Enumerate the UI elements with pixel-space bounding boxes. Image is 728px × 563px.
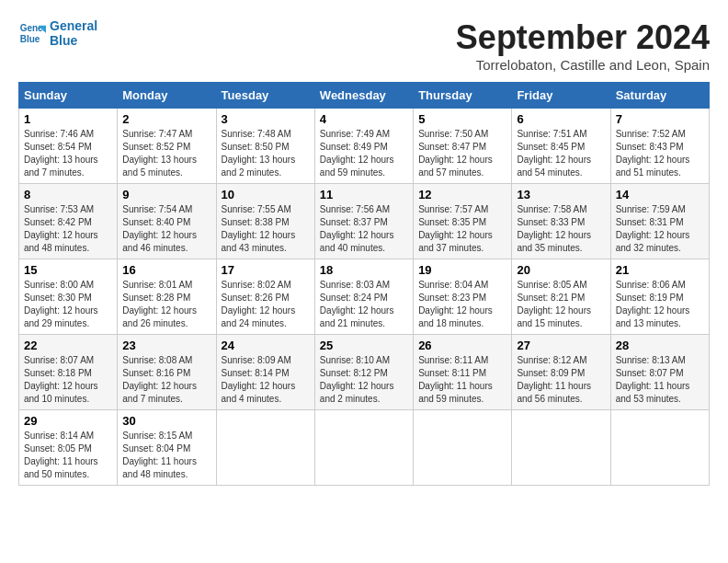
table-row: 12 Sunrise: 7:57 AM Sunset: 8:35 PM Dayl… — [414, 184, 512, 259]
col-header-monday: Monday — [118, 83, 216, 109]
table-row: 2 Sunrise: 7:47 AM Sunset: 8:52 PM Dayli… — [118, 109, 216, 184]
day-info: Sunrise: 8:15 AM Sunset: 8:04 PM Dayligh… — [122, 430, 210, 481]
day-info: Sunrise: 7:58 AM Sunset: 8:33 PM Dayligh… — [517, 203, 605, 255]
logo-line2: Blue — [50, 33, 97, 48]
location-title: Torrelobaton, Castille and Leon, Spain — [456, 57, 710, 73]
day-info: Sunrise: 8:03 AM Sunset: 8:24 PM Dayligh… — [320, 279, 408, 330]
col-header-tuesday: Tuesday — [216, 83, 314, 109]
day-info: Sunrise: 8:02 AM Sunset: 8:26 PM Dayligh… — [222, 279, 310, 330]
day-number: 8 — [24, 188, 112, 201]
day-info: Sunrise: 7:51 AM Sunset: 8:45 PM Dayligh… — [517, 128, 605, 179]
day-number: 25 — [320, 339, 408, 352]
day-number: 18 — [320, 263, 408, 277]
logo-line1: General — [50, 18, 97, 33]
day-number: 9 — [122, 188, 210, 201]
day-info: Sunrise: 7:56 AM Sunset: 8:37 PM Dayligh… — [320, 203, 408, 255]
table-row: 19 Sunrise: 8:04 AM Sunset: 8:23 PM Dayl… — [414, 259, 512, 335]
day-info: Sunrise: 7:59 AM Sunset: 8:31 PM Dayligh… — [616, 203, 704, 255]
day-info: Sunrise: 8:12 AM Sunset: 8:09 PM Dayligh… — [517, 354, 605, 406]
table-row: 15 Sunrise: 8:00 AM Sunset: 8:30 PM Dayl… — [19, 259, 118, 335]
day-number: 29 — [24, 414, 112, 428]
day-number: 6 — [517, 112, 605, 126]
table-row: 28 Sunrise: 8:13 AM Sunset: 8:07 PM Dayl… — [610, 335, 709, 410]
day-number: 27 — [517, 339, 605, 352]
table-row: 5 Sunrise: 7:50 AM Sunset: 8:47 PM Dayli… — [414, 109, 512, 184]
table-row — [216, 410, 314, 486]
day-info: Sunrise: 7:52 AM Sunset: 8:43 PM Dayligh… — [616, 128, 704, 179]
table-row: 24 Sunrise: 8:09 AM Sunset: 8:14 PM Dayl… — [216, 335, 314, 410]
day-number: 4 — [320, 112, 408, 126]
table-row: 18 Sunrise: 8:03 AM Sunset: 8:24 PM Dayl… — [314, 259, 413, 335]
day-number: 19 — [418, 263, 506, 277]
day-info: Sunrise: 7:57 AM Sunset: 8:35 PM Dayligh… — [418, 203, 506, 255]
day-number: 12 — [418, 188, 506, 201]
day-number: 16 — [122, 263, 210, 277]
day-info: Sunrise: 8:08 AM Sunset: 8:16 PM Dayligh… — [122, 354, 210, 406]
table-row: 25 Sunrise: 8:10 AM Sunset: 8:12 PM Dayl… — [314, 335, 413, 410]
day-info: Sunrise: 8:11 AM Sunset: 8:11 PM Dayligh… — [418, 354, 506, 406]
day-info: Sunrise: 8:10 AM Sunset: 8:12 PM Dayligh… — [320, 354, 408, 406]
table-row — [414, 410, 512, 486]
table-row: 8 Sunrise: 7:53 AM Sunset: 8:42 PM Dayli… — [19, 184, 118, 259]
table-row: 27 Sunrise: 8:12 AM Sunset: 8:09 PM Dayl… — [512, 335, 610, 410]
month-title: September 2024 — [456, 18, 710, 57]
day-number: 10 — [222, 188, 310, 201]
day-number: 14 — [616, 188, 704, 201]
day-number: 23 — [122, 339, 210, 352]
day-number: 1 — [24, 112, 112, 126]
table-row: 23 Sunrise: 8:08 AM Sunset: 8:16 PM Dayl… — [118, 335, 216, 410]
day-number: 30 — [122, 414, 210, 428]
day-info: Sunrise: 7:54 AM Sunset: 8:40 PM Dayligh… — [122, 203, 210, 255]
day-info: Sunrise: 7:55 AM Sunset: 8:38 PM Dayligh… — [222, 203, 310, 255]
day-info: Sunrise: 8:01 AM Sunset: 8:28 PM Dayligh… — [122, 279, 210, 330]
day-number: 28 — [616, 339, 704, 352]
day-info: Sunrise: 8:05 AM Sunset: 8:21 PM Dayligh… — [517, 279, 605, 330]
table-row: 26 Sunrise: 8:11 AM Sunset: 8:11 PM Dayl… — [414, 335, 512, 410]
table-row: 16 Sunrise: 8:01 AM Sunset: 8:28 PM Dayl… — [118, 259, 216, 335]
col-header-saturday: Saturday — [610, 83, 709, 109]
day-info: Sunrise: 8:07 AM Sunset: 8:18 PM Dayligh… — [24, 354, 112, 406]
day-info: Sunrise: 7:46 AM Sunset: 8:54 PM Dayligh… — [24, 128, 112, 179]
day-number: 24 — [222, 339, 310, 352]
table-row — [314, 410, 413, 486]
day-number: 21 — [616, 263, 704, 277]
col-header-friday: Friday — [512, 83, 610, 109]
col-header-thursday: Thursday — [414, 83, 512, 109]
table-row: 10 Sunrise: 7:55 AM Sunset: 8:38 PM Dayl… — [216, 184, 314, 259]
table-row: 11 Sunrise: 7:56 AM Sunset: 8:37 PM Dayl… — [314, 184, 413, 259]
table-row: 4 Sunrise: 7:49 AM Sunset: 8:49 PM Dayli… — [314, 109, 413, 184]
day-number: 11 — [320, 188, 408, 201]
day-number: 5 — [418, 112, 506, 126]
table-row: 7 Sunrise: 7:52 AM Sunset: 8:43 PM Dayli… — [610, 109, 709, 184]
table-row: 22 Sunrise: 8:07 AM Sunset: 8:18 PM Dayl… — [19, 335, 118, 410]
table-row: 14 Sunrise: 7:59 AM Sunset: 8:31 PM Dayl… — [610, 184, 709, 259]
title-block: September 2024 Torrelobaton, Castille an… — [456, 18, 710, 73]
day-number: 15 — [24, 263, 112, 277]
table-row: 21 Sunrise: 8:06 AM Sunset: 8:19 PM Dayl… — [610, 259, 709, 335]
day-number: 2 — [122, 112, 210, 126]
day-number: 22 — [24, 339, 112, 352]
table-row: 9 Sunrise: 7:54 AM Sunset: 8:40 PM Dayli… — [118, 184, 216, 259]
table-row: 3 Sunrise: 7:48 AM Sunset: 8:50 PM Dayli… — [216, 109, 314, 184]
day-info: Sunrise: 8:14 AM Sunset: 8:05 PM Dayligh… — [24, 430, 112, 481]
table-row: 20 Sunrise: 8:05 AM Sunset: 8:21 PM Dayl… — [512, 259, 610, 335]
table-row: 30 Sunrise: 8:15 AM Sunset: 8:04 PM Dayl… — [118, 410, 216, 486]
day-info: Sunrise: 8:06 AM Sunset: 8:19 PM Dayligh… — [616, 279, 704, 330]
logo: General Blue General Blue — [18, 18, 97, 48]
col-header-sunday: Sunday — [19, 83, 118, 109]
day-number: 17 — [222, 263, 310, 277]
day-number: 20 — [517, 263, 605, 277]
day-info: Sunrise: 7:49 AM Sunset: 8:49 PM Dayligh… — [320, 128, 408, 179]
day-info: Sunrise: 8:13 AM Sunset: 8:07 PM Dayligh… — [616, 354, 704, 406]
day-info: Sunrise: 8:09 AM Sunset: 8:14 PM Dayligh… — [222, 354, 310, 406]
day-info: Sunrise: 7:48 AM Sunset: 8:50 PM Dayligh… — [222, 128, 310, 179]
day-number: 13 — [517, 188, 605, 201]
day-info: Sunrise: 7:47 AM Sunset: 8:52 PM Dayligh… — [122, 128, 210, 179]
table-row — [610, 410, 709, 486]
table-row: 13 Sunrise: 7:58 AM Sunset: 8:33 PM Dayl… — [512, 184, 610, 259]
table-row — [512, 410, 610, 486]
day-number: 7 — [616, 112, 704, 126]
day-info: Sunrise: 8:00 AM Sunset: 8:30 PM Dayligh… — [24, 279, 112, 330]
table-row: 6 Sunrise: 7:51 AM Sunset: 8:45 PM Dayli… — [512, 109, 610, 184]
day-info: Sunrise: 7:50 AM Sunset: 8:47 PM Dayligh… — [418, 128, 506, 179]
